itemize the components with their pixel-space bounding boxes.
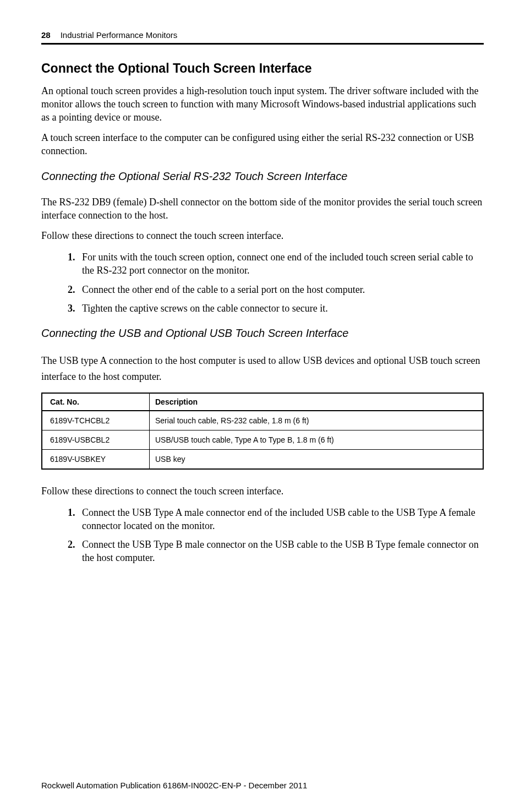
page-footer: Rockwell Automation Publication 6186M-IN…: [41, 781, 307, 790]
table-header-catno: Cat. No.: [42, 393, 150, 411]
section-heading: Connect the Optional Touch Screen Interf…: [41, 61, 484, 76]
table-row: 6189V-USBKEY USB key: [42, 449, 483, 469]
list-item: Connect the USB Type A male connector en…: [78, 506, 484, 533]
section-para-1: An optional touch screen provides a high…: [41, 85, 484, 124]
usb-para-1: The USB type A connection to the host co…: [41, 353, 484, 385]
section-para-2: A touch screen interface to the computer…: [41, 132, 484, 158]
table-header-desc: Description: [150, 393, 484, 411]
document-title: Industrial Performance Monitors: [61, 30, 178, 40]
serial-subheading: Connecting the Optional Serial RS-232 To…: [41, 170, 484, 183]
table-cell-catno: 6189V-USBKEY: [42, 449, 150, 469]
page-number: 28: [41, 30, 51, 40]
table-row: 6189V-TCHCBL2 Serial touch cable, RS-232…: [42, 411, 483, 430]
table-header-row: Cat. No. Description: [42, 393, 483, 411]
page-header: 28 Industrial Performance Monitors: [41, 30, 484, 40]
serial-para-2: Follow these directions to connect the t…: [41, 230, 484, 243]
usb-para-2: Follow these directions to connect the t…: [41, 485, 484, 498]
header-divider: [41, 43, 484, 45]
list-item: Connect the other end of the cable to a …: [78, 283, 484, 296]
usb-steps-list: Connect the USB Type A male connector en…: [41, 506, 484, 565]
usb-subheading: Connecting the USB and Optional USB Touc…: [41, 327, 484, 340]
cable-table: Cat. No. Description 6189V-TCHCBL2 Seria…: [41, 393, 484, 470]
list-item: Connect the USB Type B male connector on…: [78, 538, 484, 565]
table-cell-desc: USB/USB touch cable, Type A to Type B, 1…: [150, 430, 484, 449]
table-cell-catno: 6189V-TCHCBL2: [42, 411, 150, 430]
serial-steps-list: For units with the touch screen option, …: [41, 250, 484, 315]
serial-para-1: The RS-232 DB9 (female) D-shell connecto…: [41, 196, 484, 222]
table-cell-desc: USB key: [150, 449, 484, 469]
table-cell-catno: 6189V-USBCBL2: [42, 430, 150, 449]
table-cell-desc: Serial touch cable, RS-232 cable, 1.8 m …: [150, 411, 484, 430]
list-item: For units with the touch screen option, …: [78, 250, 484, 277]
table-row: 6189V-USBCBL2 USB/USB touch cable, Type …: [42, 430, 483, 449]
page-container: 28 Industrial Performance Monitors Conne…: [0, 0, 525, 812]
list-item: Tighten the captive screws on the cable …: [78, 302, 484, 315]
